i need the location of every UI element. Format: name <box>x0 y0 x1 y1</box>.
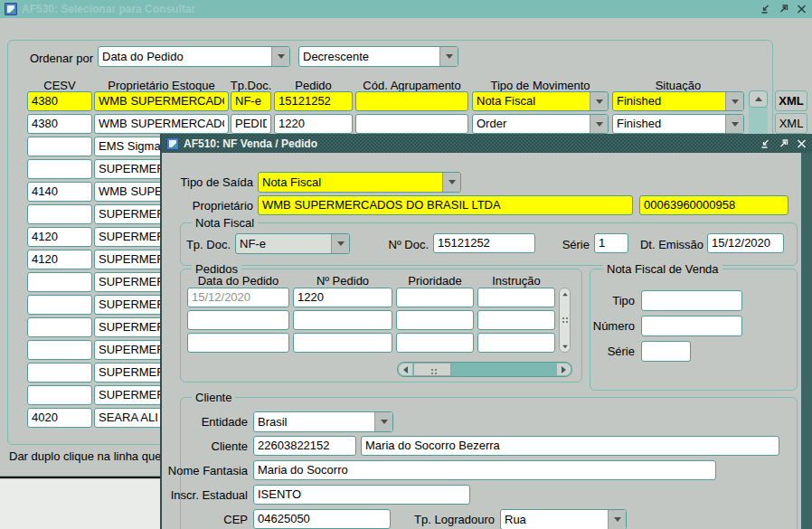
cell-cesv[interactable] <box>27 385 92 405</box>
column-header: Prioridade <box>389 274 481 288</box>
pedido-cell-num-pedido[interactable] <box>293 310 392 330</box>
minimize-icon[interactable] <box>759 4 771 15</box>
pedido-cell-num-pedido[interactable]: 1220 <box>293 288 392 307</box>
nfv-numero-field[interactable] <box>641 316 742 336</box>
cell-tpdoc[interactable]: NF-e <box>231 91 271 111</box>
pedido-cell-data-pedido[interactable]: 15/12/2020 <box>187 288 289 307</box>
af530-titlebar[interactable]: AF530: Selecionar para Consultar <box>0 0 812 18</box>
cell-cesv[interactable] <box>27 317 92 337</box>
column-header: Instrução <box>470 274 562 288</box>
cell-value: NF-e <box>235 92 267 110</box>
pedido-cell-prioridade[interactable] <box>396 310 474 330</box>
pedido-cell-instrucao[interactable] <box>477 310 555 330</box>
nome-fantasia-label: Nome Fantasia <box>166 464 248 477</box>
proprietario-cnpj-field[interactable]: 00063960000958 <box>639 195 788 215</box>
cell-value: 4120 <box>32 250 88 269</box>
cell-cesv[interactable]: 4120 <box>27 227 92 247</box>
xml-button[interactable]: XML <box>775 90 807 111</box>
cell-cesv[interactable] <box>27 137 92 156</box>
cell-cesv[interactable] <box>27 272 92 292</box>
pedido-cell-data-pedido[interactable] <box>187 333 289 353</box>
sort-field-select[interactable]: Data do Pedido <box>98 46 290 67</box>
pedido-cell-data-pedido[interactable] <box>187 310 289 330</box>
scrollbar-thumb[interactable] <box>562 317 564 319</box>
close-icon[interactable] <box>795 4 807 15</box>
chevron-down-icon[interactable] <box>439 47 458 66</box>
cell-cod-agrupamento[interactable] <box>355 114 468 134</box>
cliente-name-field[interactable]: Maria do Socorro Bezerra <box>361 436 779 456</box>
nome-fantasia-field[interactable]: Maria do Socorro <box>253 460 716 480</box>
scroll-left-icon[interactable] <box>398 363 413 376</box>
maximize-icon[interactable] <box>777 137 789 149</box>
cliente-code-field[interactable]: 22603822152 <box>253 436 356 456</box>
minimize-icon[interactable] <box>759 137 771 149</box>
pedido-cell-num-pedido[interactable] <box>293 333 392 353</box>
entidade-select[interactable]: Brasil <box>253 411 393 432</box>
cell-cesv[interactable]: 4380 <box>27 91 92 111</box>
chevron-down-icon[interactable] <box>725 115 743 133</box>
cell-proprietario[interactable]: WMB SUPERMERCADO <box>94 91 229 111</box>
serie-field[interactable]: 1 <box>594 233 628 253</box>
chevron-down-icon[interactable] <box>608 510 626 529</box>
cell-proprietario[interactable]: WMB SUPERMERCADO <box>94 114 229 134</box>
cell-cesv[interactable] <box>27 340 92 360</box>
chevron-down-icon[interactable] <box>442 173 460 192</box>
scroll-right-icon[interactable] <box>556 363 571 376</box>
cell-cod-agrupamento[interactable] <box>355 91 468 111</box>
cell-tpdoc[interactable]: PEDIDO <box>231 114 271 134</box>
chevron-down-icon[interactable] <box>331 234 349 253</box>
cell-situacao[interactable]: Finished <box>612 114 744 134</box>
pedidos-vertical-scrollbar[interactable] <box>559 288 571 353</box>
sort-order-select[interactable]: Decrescente <box>298 46 458 67</box>
pedido-cell-prioridade[interactable] <box>396 288 474 307</box>
tp-doc-select[interactable]: NF-e <box>235 233 350 254</box>
chevron-down-icon[interactable] <box>271 47 289 66</box>
pedido-cell-prioridade[interactable] <box>396 333 474 353</box>
dt-emissao-field[interactable]: 15/12/2020 <box>707 233 784 253</box>
nfv-serie-field[interactable] <box>641 341 691 362</box>
scroll-up-icon[interactable] <box>749 90 768 108</box>
pedidos-horizontal-scrollbar[interactable] <box>397 362 572 377</box>
num-doc-field[interactable]: 15121252 <box>433 233 535 253</box>
cell-pedido[interactable]: 15121252 <box>274 91 353 111</box>
cell-cesv[interactable] <box>27 159 92 179</box>
cliente-legend: Cliente <box>192 391 235 404</box>
tp-doc-value: NF-e <box>240 234 328 253</box>
cell-tipo-movimento[interactable]: Nota Fiscal <box>472 91 609 111</box>
xml-button[interactable]: XML <box>775 113 807 134</box>
tp-logradouro-select[interactable]: Rua <box>500 509 627 529</box>
tipo-saida-label: Tipo de Saída <box>166 175 253 189</box>
pedido-cell-instrucao[interactable] <box>477 288 555 307</box>
proprietario-name-field[interactable]: WMB SUPERMERCADOS DO BRASIL LTDA <box>258 195 633 215</box>
cell-cesv[interactable] <box>27 363 92 383</box>
cell-cesv[interactable]: 4020 <box>27 408 92 428</box>
cep-field[interactable]: 04625050 <box>253 509 391 529</box>
cell-cesv[interactable]: 4120 <box>27 250 92 269</box>
cell-value: PEDIDO <box>235 115 267 133</box>
cell-value: Finished <box>617 115 722 133</box>
scroll-down-icon[interactable] <box>560 341 570 352</box>
chevron-down-icon[interactable] <box>725 92 743 110</box>
cell-cesv[interactable] <box>27 295 92 315</box>
cell-tipo-movimento[interactable]: Order <box>472 114 609 134</box>
scroll-up-icon[interactable] <box>560 288 570 299</box>
cell-situacao[interactable]: Finished <box>612 91 744 111</box>
cell-value: WMB SUPERMERCADO <box>99 115 224 133</box>
close-icon[interactable] <box>795 137 807 149</box>
nota-fiscal-legend: Nota Fiscal <box>192 216 258 230</box>
af530-window-title: AF530: Selecionar para Consultar <box>22 3 195 15</box>
chevron-down-icon[interactable] <box>590 115 608 133</box>
nfv-tipo-field[interactable] <box>641 290 742 311</box>
pedido-cell-instrucao[interactable] <box>477 333 555 353</box>
af510-titlebar[interactable]: AF510: NF Venda / Pedido <box>162 134 812 153</box>
chevron-down-icon[interactable] <box>374 412 392 431</box>
cell-cesv[interactable] <box>27 204 92 224</box>
tipo-saida-select[interactable]: Nota Fiscal <box>258 172 461 193</box>
cell-cesv[interactable]: 4380 <box>27 114 92 134</box>
maximize-icon[interactable] <box>777 4 789 15</box>
cell-pedido[interactable]: 1220 <box>274 114 353 134</box>
inscr-estadual-field[interactable]: ISENTO <box>253 485 470 505</box>
cell-cesv[interactable]: 4140 <box>27 182 92 202</box>
chevron-down-icon[interactable] <box>590 92 608 110</box>
scrollbar-thumb[interactable] <box>413 363 451 376</box>
